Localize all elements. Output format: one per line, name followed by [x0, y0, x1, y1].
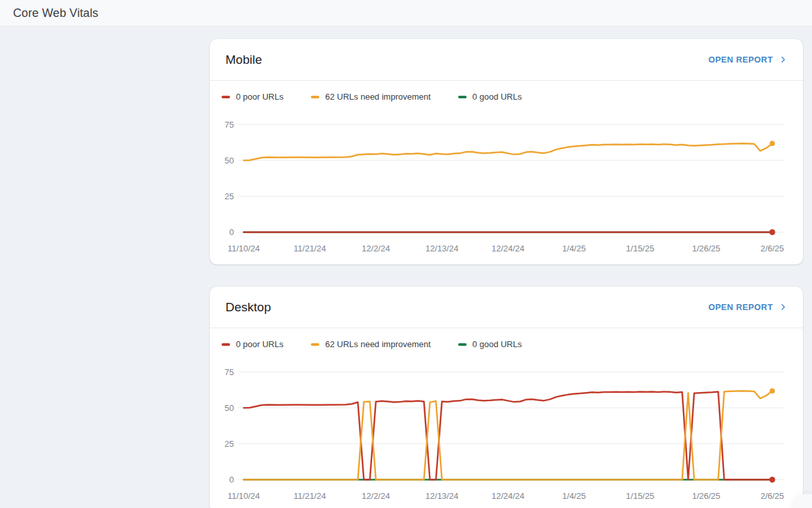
- content-area: Mobile OPEN REPORT 0 poor URLs 62 URLs n…: [210, 39, 803, 508]
- x-axis-label: 1/15/25: [626, 491, 654, 501]
- y-axis-label: 25: [225, 191, 234, 201]
- mobile-card-header: Mobile OPEN REPORT: [210, 39, 803, 81]
- x-axis-label: 1/26/25: [692, 244, 720, 253]
- desktop-card-title: Desktop: [225, 300, 271, 315]
- chevron-right-icon: [779, 55, 787, 64]
- needs-improvement-legend-marker-icon: [311, 343, 319, 346]
- desktop-chart-legend: 0 poor URLs 62 URLs need improvement 0 g…: [210, 328, 803, 349]
- legend-label: 0 poor URLs: [236, 92, 283, 102]
- poor-urls-line: [244, 391, 772, 479]
- legend-item-poor-urls[interactable]: 0 poor URLs: [222, 92, 283, 102]
- legend-label: 62 URLs need improvement: [325, 92, 431, 102]
- x-axis-label: 11/10/24: [227, 244, 260, 253]
- needs-improvement-urls-line: [244, 391, 772, 479]
- desktop-open-report-link[interactable]: OPEN REPORT: [708, 302, 787, 312]
- legend-item-good-urls[interactable]: 0 good URLs: [458, 339, 522, 349]
- mobile-card: Mobile OPEN REPORT 0 poor URLs 62 URLs n…: [210, 39, 803, 264]
- needs-improvement-urls-line: [244, 143, 772, 160]
- page-title: Core Web Vitals: [13, 7, 98, 20]
- legend-item-poor-urls[interactable]: 0 poor URLs: [222, 339, 283, 349]
- x-axis-label: 2/6/25: [761, 491, 784, 501]
- poor-end-dot: [770, 229, 776, 235]
- legend-label: 0 good URLs: [472, 339, 522, 349]
- desktop-card: Desktop OPEN REPORT 0 poor URLs 62 URLs …: [210, 287, 803, 508]
- legend-label: 0 poor URLs: [236, 339, 283, 349]
- legend-item-needs-improvement-urls[interactable]: 62 URLs need improvement: [311, 92, 431, 102]
- open-report-label: OPEN REPORT: [708, 302, 773, 312]
- x-axis-label: 12/2/24: [362, 491, 390, 501]
- legend-label: 62 URLs need improvement: [325, 339, 431, 349]
- x-axis-label: 12/24/24: [491, 491, 525, 501]
- mobile-chart-legend: 0 poor URLs 62 URLs need improvement 0 g…: [210, 81, 803, 102]
- y-axis-label: 50: [225, 403, 234, 413]
- open-report-label: OPEN REPORT: [708, 55, 773, 64]
- y-axis-label: 0: [229, 475, 234, 485]
- x-axis-label: 12/13/24: [426, 491, 459, 501]
- legend-label: 0 good URLs: [472, 92, 522, 102]
- x-axis-label: 1/4/25: [562, 244, 586, 253]
- poor-urls-legend-marker-icon: [222, 343, 230, 346]
- poor-urls-legend-marker-icon: [222, 96, 230, 98]
- needs-improvement-end-dot: [770, 388, 775, 393]
- x-axis-label: 11/21/24: [294, 244, 326, 253]
- x-axis-label: 11/21/24: [294, 491, 326, 501]
- x-axis-label: 2/6/25: [761, 244, 784, 253]
- desktop-card-header: Desktop OPEN REPORT: [210, 287, 803, 328]
- mobile-card-title: Mobile: [225, 53, 262, 67]
- x-axis-label: 11/10/24: [227, 491, 260, 501]
- x-axis-label: 12/2/24: [362, 244, 390, 253]
- x-axis-label: 1/26/25: [692, 491, 720, 501]
- y-axis-label: 75: [225, 367, 234, 377]
- needs-improvement-legend-marker-icon: [311, 96, 319, 98]
- page-header: Core Web Vitals: [0, 0, 812, 27]
- y-axis-label: 75: [225, 120, 234, 130]
- chevron-right-icon: [779, 303, 787, 311]
- poor-end-dot: [770, 477, 776, 483]
- x-axis-label: 12/13/24: [426, 244, 459, 253]
- x-axis-label: 1/15/25: [626, 244, 654, 253]
- legend-item-needs-improvement-urls[interactable]: 62 URLs need improvement: [311, 339, 431, 349]
- y-axis-label: 0: [229, 227, 234, 237]
- x-axis-label: 1/4/25: [562, 491, 586, 501]
- legend-item-good-urls[interactable]: 0 good URLs: [458, 92, 522, 102]
- needs-improvement-end-dot: [770, 141, 775, 146]
- y-axis-label: 25: [225, 439, 234, 449]
- x-axis-label: 12/24/24: [491, 244, 525, 253]
- good-urls-legend-marker-icon: [458, 343, 467, 346]
- good-urls-legend-marker-icon: [458, 96, 467, 98]
- y-axis-label: 50: [225, 156, 234, 165]
- mobile-open-report-link[interactable]: OPEN REPORT: [708, 55, 787, 64]
